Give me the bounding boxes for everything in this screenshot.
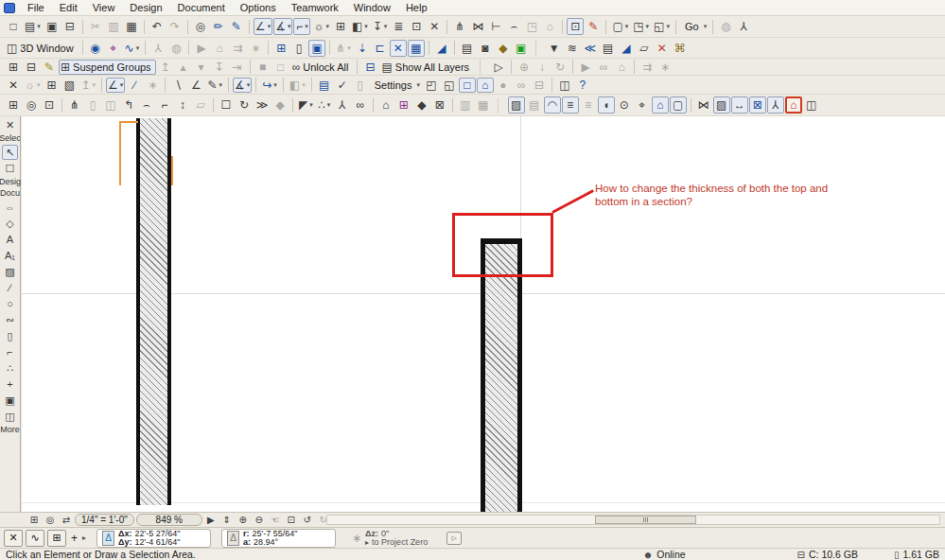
paint-visualization-button[interactable]: ◢ xyxy=(433,40,450,57)
line-gray-button[interactable]: ≡ xyxy=(580,96,597,114)
curve-display-button[interactable]: ◖ xyxy=(598,96,615,114)
house-frame-button[interactable]: ⌂ xyxy=(477,78,494,93)
pen-angle-button[interactable]: ✎▾ xyxy=(205,78,224,93)
scale-menu-button[interactable]: ▶ xyxy=(203,514,219,527)
object-tool-button[interactable]: ◫ xyxy=(2,409,18,424)
undo-button[interactable]: ↶ xyxy=(149,18,166,35)
origin-button[interactable]: ✕ xyxy=(4,530,23,547)
tracker-toggle-button[interactable]: ∿ xyxy=(26,530,44,547)
pan-hand-button[interactable]: ☜ xyxy=(268,514,283,527)
step-forward-button[interactable]: ▶ xyxy=(577,60,594,75)
constraint-x-button[interactable]: ⋈ xyxy=(695,96,712,114)
menu-design[interactable]: Design xyxy=(122,1,169,14)
text-tool-button[interactable]: A xyxy=(2,232,18,247)
element-select-button[interactable]: ▷ xyxy=(490,60,507,75)
close-item-button[interactable]: ✕ xyxy=(5,78,22,93)
view-frame-button[interactable]: □ xyxy=(459,78,476,93)
trace-reference-button[interactable]: ⊏ xyxy=(372,40,389,57)
snap-guides-button[interactable]: ∡▾ xyxy=(273,18,292,35)
virtual-trace-button[interactable]: ⋔▾ xyxy=(334,40,353,57)
circle-tool-button[interactable]: ○ xyxy=(2,296,18,311)
menu-window[interactable]: Window xyxy=(346,1,398,14)
zoom-options-button[interactable]: ◎ xyxy=(43,514,58,527)
new-favorite-button[interactable]: ◰ xyxy=(423,78,440,93)
settings-menu-button[interactable]: Settings▾ xyxy=(370,78,422,93)
explode-button[interactable]: ∗ xyxy=(247,40,264,57)
apply-favorite-button[interactable]: ✓ xyxy=(334,78,351,93)
ungroup-button[interactable]: ⊟ xyxy=(23,60,40,75)
curve-segment-button[interactable]: ↪▾ xyxy=(260,78,279,93)
new-button[interactable]: □ xyxy=(5,18,22,35)
section-home-button[interactable]: ⌂ xyxy=(785,96,802,114)
duplicate-window-button[interactable]: ◫ xyxy=(803,96,820,114)
red-marker-button[interactable]: ✕ xyxy=(654,40,671,57)
level-dimension-tool-button[interactable]: ◇ xyxy=(2,216,18,231)
orbit-button[interactable]: ◉ xyxy=(87,40,104,57)
gravity-button[interactable]: ↧▾ xyxy=(371,18,390,35)
walk-button[interactable]: ⅄ xyxy=(149,40,166,57)
find-select-button[interactable]: ◎ xyxy=(192,18,209,35)
expand-arrow[interactable]: ▸ xyxy=(82,534,86,542)
fillet-chamfer-button[interactable]: ⌢ xyxy=(138,96,155,114)
polyline-tool-button[interactable]: ∾ xyxy=(2,312,18,327)
pan-options-button[interactable]: ⇄ xyxy=(59,514,74,527)
zoom-home-button[interactable]: ⌂ xyxy=(613,60,630,75)
pick-up-parameters-button[interactable]: ✏ xyxy=(210,18,227,35)
pen-set-button[interactable]: ▼ xyxy=(546,40,563,57)
unlock-button[interactable]: □ xyxy=(272,60,289,75)
door-button[interactable]: ▯ xyxy=(84,96,101,114)
cut-button[interactable]: ✂ xyxy=(87,18,104,35)
quick-layers-button[interactable]: ◧▾ xyxy=(350,18,370,35)
3d-selection-button[interactable]: ▣ xyxy=(308,40,325,57)
section-fill-button[interactable]: ▨ xyxy=(508,96,525,114)
scale-figure-button[interactable]: ⅄ xyxy=(334,96,351,114)
chat-button[interactable]: ◍ xyxy=(717,18,734,35)
paste-button[interactable]: ▦ xyxy=(123,18,140,35)
label-tool-button[interactable]: A₁ xyxy=(2,248,18,263)
zoom-to-selection-button[interactable]: ⊡ xyxy=(41,96,58,114)
drop-marker-button[interactable]: ⇣ xyxy=(354,40,371,57)
3d-cutaway-button[interactable]: ⊡ xyxy=(567,18,584,35)
3d-window-button[interactable]: ◫3D Window xyxy=(5,40,79,57)
capture-settings-button[interactable]: ▯ xyxy=(352,78,369,93)
inject-parameters-button[interactable]: ✎ xyxy=(228,18,245,35)
pan-run-button[interactable]: ⇉ xyxy=(639,60,656,75)
story-settings-button[interactable]: ⊞ xyxy=(395,96,412,114)
navigator-popup-button[interactable]: ▢▾ xyxy=(610,18,630,35)
dimension-toggle-button[interactable]: ↔ xyxy=(731,96,748,114)
split-button[interactable]: ⋈ xyxy=(469,18,486,35)
menu-document[interactable]: Document xyxy=(170,1,233,14)
scrollbar-thumb[interactable] xyxy=(595,516,696,524)
figure-tool-button[interactable]: ▣ xyxy=(2,393,18,408)
menu-teamwork[interactable]: Teamwork xyxy=(284,1,346,14)
fly-mode-button[interactable]: ∿▾ xyxy=(123,40,142,57)
redo-button[interactable]: ↷ xyxy=(166,18,184,35)
look-to-button[interactable]: ⌖ xyxy=(105,40,122,57)
profile-manager-button[interactable]: ≣ xyxy=(390,18,407,35)
move-down-button[interactable]: ↓ xyxy=(534,60,551,75)
section-tool-button[interactable]: ⌐ xyxy=(2,344,18,359)
menu-options[interactable]: Options xyxy=(233,1,284,14)
print-button[interactable]: ⊟ xyxy=(61,18,79,35)
fill-gray-button[interactable]: ▤ xyxy=(526,96,543,114)
grid-snap-button[interactable]: ⊞ xyxy=(47,530,66,547)
snap-point-button[interactable]: ⊕ xyxy=(516,60,533,75)
trim-elements-button[interactable]: ⋔ xyxy=(66,96,83,114)
roof-display-button[interactable]: ◠ xyxy=(544,96,561,114)
diagonal-guide-button[interactable]: ∖ xyxy=(169,78,186,93)
xref-button[interactable]: ⊠ xyxy=(431,96,448,114)
rotate-tool-button[interactable]: ↻ xyxy=(236,96,253,114)
home-view-button[interactable]: ⌂ xyxy=(211,40,228,57)
suspend-groups-button[interactable]: ⊞Suspend Groups xyxy=(59,60,156,75)
corner-button[interactable]: ⌐ xyxy=(156,96,173,114)
send-to-back-button[interactable]: ↧ xyxy=(211,60,228,75)
stretch-button[interactable]: ↕ xyxy=(174,96,191,114)
drawing-tool-button[interactable]: ▯ xyxy=(2,328,18,343)
link-tool-button[interactable]: ∞ xyxy=(352,96,369,114)
solid-operations-button[interactable]: ◆ xyxy=(413,96,430,114)
line-guide-button[interactable]: ∕ xyxy=(126,78,143,93)
line-weight-button[interactable]: ≋ xyxy=(564,40,581,57)
photo-render-button[interactable]: ◙ xyxy=(477,40,494,57)
snap-angle-button[interactable]: ∡▾ xyxy=(233,78,252,93)
menu-view[interactable]: View xyxy=(85,1,123,14)
